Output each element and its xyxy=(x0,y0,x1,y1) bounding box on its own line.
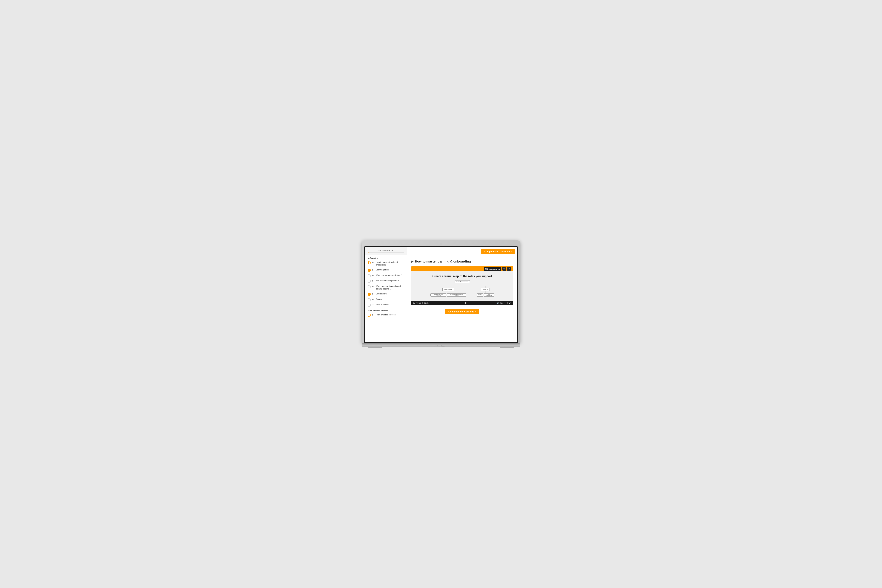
item-label-2: Learning styles xyxy=(376,268,389,272)
fullscreen-button[interactable]: ⛶ xyxy=(506,302,508,304)
item-label-5: When onboarding ends and training begins… xyxy=(376,285,404,290)
status-icon-empty-1 xyxy=(368,274,371,278)
video-big-title: Create a visual map of the roles you sup… xyxy=(432,274,492,278)
camera-bar xyxy=(364,243,518,245)
sidebar-item-pitch-practice[interactable]: ▶ Pitch practice process xyxy=(365,312,407,318)
item-content-5: ▶ When onboarding ends and training begi… xyxy=(372,285,404,290)
macbook-feet xyxy=(368,347,514,348)
status-icon-half xyxy=(368,261,371,264)
status-icon-empty-2 xyxy=(368,280,371,283)
item-content-3: ▶ What is your preferred style? xyxy=(372,274,404,277)
video-container[interactable]: SEC INNOVATION CONSULTING ⚙ ⤢ Create a v… xyxy=(411,266,513,305)
macbook-base xyxy=(362,343,520,348)
video-logo: SEC INNOVATION CONSULTING xyxy=(484,267,501,271)
chevron-icon-top: › xyxy=(511,250,512,253)
complete-continue-label-bottom: Complete and Continue xyxy=(448,310,474,313)
main-content: Complete and Continue › ▶ How to master … xyxy=(407,247,517,342)
sidebar-item-time-to-reflect[interactable]: ☰ Time to reflect xyxy=(365,302,407,308)
sidebar-item-how-to-master[interactable]: ▶ How to master training & onboarding xyxy=(365,260,407,267)
macbook-hinge xyxy=(362,343,520,345)
video-icon-3: ▶ xyxy=(372,274,375,276)
complete-continue-label-top: Complete and Continue xyxy=(484,250,510,253)
camera xyxy=(441,243,441,244)
time-separator: | xyxy=(422,302,423,304)
volume-button[interactable]: 🔊 xyxy=(496,302,499,304)
item-content-pitch: ▶ Pitch practice process xyxy=(372,314,404,316)
item-label-3: What is your preferred style? xyxy=(376,274,402,277)
item-label-7: Recap xyxy=(376,298,381,301)
sidebar-item-bite-sized[interactable]: ▶ Bite-sized training matters xyxy=(365,278,407,284)
org-level2-row: Field Facing New Logo Account Executives… xyxy=(430,286,494,297)
sidebar-item-when-onboarding[interactable]: ▶ When onboarding ends and training begi… xyxy=(365,284,407,291)
video-progress-dot xyxy=(465,302,466,304)
status-icon-complete-2: ✓ xyxy=(368,292,371,296)
sidebar-item-preferred-style[interactable]: ▶ What is your preferred style? xyxy=(365,273,407,278)
chevron-icon-bottom: › xyxy=(475,310,476,313)
item-content-4: ▶ Bite-sized training matters xyxy=(372,279,404,282)
video-controls: ▶ 01:20 | 02:25 🔊 CC xyxy=(411,301,513,305)
sidebar-item-learning-styles[interactable]: ✓ ▶ Learning styles xyxy=(365,267,407,273)
play-button[interactable]: ▶ xyxy=(414,302,415,304)
item-content-7: ▶ Recap xyxy=(372,298,404,301)
sidebar-item-recap[interactable]: ▶ Recap xyxy=(365,297,407,302)
content-area: ▶ How to master training & onboarding SE… xyxy=(407,256,517,342)
complete-continue-button-bottom[interactable]: Complete and Continue › xyxy=(445,309,479,314)
time-current: 01:20 xyxy=(417,302,421,304)
top-bar: Complete and Continue › xyxy=(407,247,517,256)
status-icon-complete-1: ✓ xyxy=(368,268,371,272)
app-layout: 3% COMPLETE onboarding ▶ How to master xyxy=(365,247,517,342)
item-content-2: ▶ Learning styles xyxy=(372,268,404,272)
lesson-title-icon: ▶ xyxy=(411,260,414,263)
logo-subtext: INNOVATION CONSULTING xyxy=(485,269,500,270)
progress-label: 3% COMPLETE xyxy=(368,249,404,251)
macbook-foot-right xyxy=(500,347,514,348)
org-root-level: Sales Enablement xyxy=(430,280,494,284)
video-progress-bar[interactable] xyxy=(430,303,495,303)
macbook-foot-left xyxy=(368,347,382,348)
item-label-4: Bite-sized training matters xyxy=(376,279,399,282)
org-connector-field xyxy=(448,291,448,292)
macbook-wrapper: 3% COMPLETE onboarding ▶ How to master xyxy=(362,240,520,348)
progress-fill xyxy=(368,252,369,254)
sidebar: 3% COMPLETE onboarding ▶ How to master xyxy=(365,247,407,342)
status-icon-empty-3 xyxy=(368,285,371,288)
screen-bezel: 3% COMPLETE onboarding ▶ How to master xyxy=(364,246,518,343)
org-chart: Sales Enablement Field Facing xyxy=(430,280,494,297)
video-icon-6: ▶ xyxy=(372,292,375,295)
video-icon-1: ▶ xyxy=(372,261,375,263)
lesson-title: ▶ How to master training & onboarding xyxy=(411,260,513,263)
sidebar-item-coursework[interactable]: ✓ ▶ Coursework xyxy=(365,291,407,297)
item-label-6: Coursework xyxy=(376,292,387,296)
video-gear-icon[interactable]: ⚙ xyxy=(502,267,506,271)
org-box-support: Support xyxy=(481,288,490,291)
lesson-title-text: How to master training & onboarding xyxy=(415,260,471,263)
time-total: 02:25 xyxy=(424,302,429,304)
complete-continue-button-top[interactable]: Complete and Continue › xyxy=(481,249,515,254)
status-icon-loading xyxy=(368,314,371,317)
org-col-support: Support Business Sales Engineering xyxy=(477,286,494,297)
text-icon-1: ☰ xyxy=(372,304,375,306)
org-small-row-left: New Logo Account Executives Account Mana… xyxy=(430,293,466,297)
org-col-field: Field Facing New Logo Account Executives… xyxy=(430,286,466,297)
status-icon-empty-4 xyxy=(368,298,371,302)
logo-text: SEC xyxy=(485,267,488,269)
video-icon-2: ▶ xyxy=(372,268,375,271)
section-header-onboarding: onboarding xyxy=(365,255,407,260)
org-root-box: Sales Enablement xyxy=(454,280,470,284)
video-progress-fill xyxy=(430,303,466,303)
item-content-6: ▶ Coursework xyxy=(372,292,404,296)
video-icon-pitch: ▶ xyxy=(372,314,375,316)
org-box-field: Field Facing xyxy=(442,288,454,291)
video-icon-5: ▶ xyxy=(372,285,375,287)
video-orange-bar: SEC INNOVATION CONSULTING ⚙ ⤢ xyxy=(411,266,513,271)
item-label-8: Time to reflect xyxy=(376,303,388,306)
item-label-1: How to master training & onboarding xyxy=(376,261,404,266)
item-content-8: ☰ Time to reflect xyxy=(372,303,404,306)
expand-button[interactable]: ⤢ xyxy=(509,302,511,304)
org-small-box-3: Business xyxy=(477,293,483,297)
cc-button[interactable]: CC xyxy=(501,302,504,304)
video-expand-icon[interactable]: ⤢ xyxy=(507,267,511,271)
progress-section: 3% COMPLETE xyxy=(365,247,407,255)
macbook-bottom xyxy=(362,345,520,347)
section-header-pitch: Pitch practice process xyxy=(365,308,407,312)
